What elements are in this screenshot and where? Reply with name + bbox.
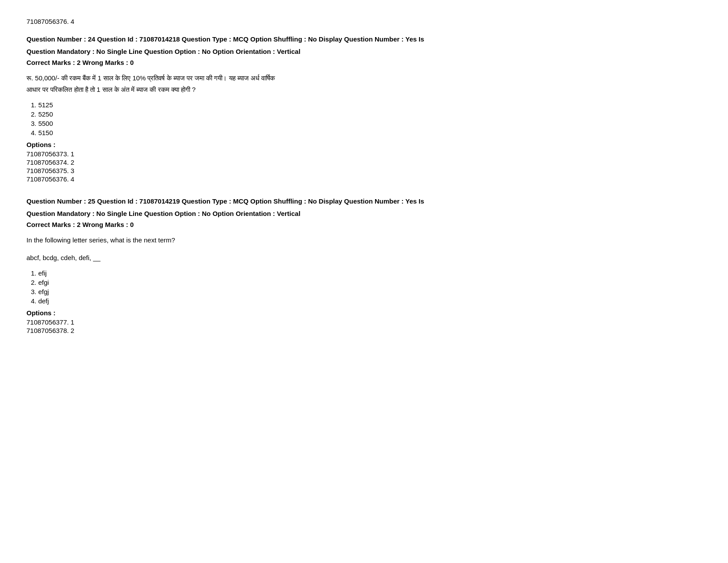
question-25-meta-line1: Question Number : 25 Question Id : 71087… [26, 196, 702, 207]
question-25-option-4: 4. defj [31, 297, 702, 305]
question-24-meta-line2: Question Mandatory : No Single Line Ques… [26, 46, 702, 57]
question-25-correct-marks: Correct Marks : 2 Wrong Marks : 0 [26, 221, 702, 228]
question-24-text: रू. 50,000/- की रकम बैंक में 1 साल के लि… [26, 72, 702, 95]
question-24-option-id-2: 71087056374. 2 [26, 159, 702, 166]
question-24-meta-line1: Question Number : 24 Question Id : 71087… [26, 34, 702, 45]
question-24-option-id-3: 71087056375. 3 [26, 167, 702, 174]
question-25-option-1: 1. efij [31, 269, 702, 277]
question-24-text-line1: रू. 50,000/- की रकम बैंक में 1 साल के लि… [26, 74, 275, 82]
question-24-option-id-4: 71087056376. 4 [26, 175, 702, 183]
question-25-options-label: Options : [26, 309, 702, 317]
question-24-options-label: Options : [26, 141, 702, 148]
question-24-correct-marks: Correct Marks : 2 Wrong Marks : 0 [26, 59, 702, 66]
question-24-option-id-1: 71087056373. 1 [26, 150, 702, 158]
question-24-option-1: 1. 5125 [31, 101, 702, 109]
question-24-option-3: 3. 5500 [31, 120, 702, 127]
top-reference: 71087056376. 4 [26, 18, 702, 25]
question-25-block: Question Number : 25 Question Id : 71087… [26, 196, 702, 334]
question-25-option-2: 2. efgi [31, 279, 702, 286]
question-25-option-id-1: 71087056377. 1 [26, 318, 702, 326]
question-25-option-id-2: 71087056378. 2 [26, 327, 702, 334]
question-25-meta-line2: Question Mandatory : No Single Line Ques… [26, 208, 702, 219]
question-25-option-3: 3. efgj [31, 288, 702, 295]
question-25-text: In the following letter series, what is … [26, 234, 702, 246]
question-24-block: Question Number : 24 Question Id : 71087… [26, 34, 702, 183]
question-25-series: abcf, bcdg, cdeh, defi, __ [26, 252, 702, 264]
question-24-option-2: 2. 5250 [31, 110, 702, 118]
question-24-option-4: 4. 5150 [31, 129, 702, 136]
question-24-text-line2: आधार पर परिकलित होता है तो 1 साल के अंत … [26, 86, 195, 93]
